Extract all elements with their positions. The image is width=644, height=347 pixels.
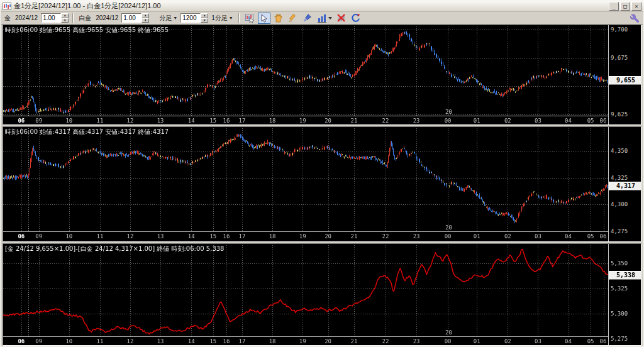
price-tick-label: 9,625 xyxy=(611,111,628,118)
bar-type-dropdown[interactable]: 分足 ▼ xyxy=(158,14,179,23)
gold-contract-month[interactable]: 2024/12 xyxy=(14,14,39,21)
spread-line-chart[interactable] xyxy=(3,244,608,345)
kline-cursor-icon[interactable] xyxy=(243,13,256,24)
platinum-candlestick-chart[interactable] xyxy=(3,127,608,241)
price-tick-label: 5,350 xyxy=(611,260,628,267)
price-tick-label: 5,300 xyxy=(611,311,628,317)
app-window: 金1分足[2024/12]1.00 - 白金1分足[2024/12]1.00 _… xyxy=(0,0,644,347)
bar-chart-type-icon[interactable] xyxy=(316,13,333,24)
gold-chart-panel: 9,7009,6759,6259,655 xyxy=(3,25,641,125)
select-arrow-icon[interactable] xyxy=(258,13,270,24)
chart-stack: 9,7009,6759,6259,655 4,3504,3254,3004,27… xyxy=(1,25,643,347)
bar-count-stepper[interactable]: 1200 ▲▼ xyxy=(180,13,208,23)
platinum-chart-panel: 4,3504,3254,3004,2754,317 xyxy=(3,126,641,242)
gold-ratio-stepper[interactable]: 1.00 ▲▼ xyxy=(41,13,69,23)
minimize-button[interactable]: _ xyxy=(609,2,619,11)
hand-pan-icon[interactable] xyxy=(272,13,285,24)
price-tick-label: 4,325 xyxy=(611,175,628,181)
close-button[interactable]: × xyxy=(631,2,641,11)
price-tick-label: 9,675 xyxy=(611,55,628,61)
platinum-contract-month[interactable]: 2024/12 xyxy=(94,14,119,21)
gold-candlestick-chart[interactable] xyxy=(3,25,608,124)
settings-wrench-icon[interactable] xyxy=(628,13,641,24)
gold-price-axis: 9,7009,6759,6259,655 xyxy=(608,25,641,124)
platinum-symbol-label: 白金 xyxy=(77,14,92,23)
gold-ratio-down-icon[interactable]: ▼ xyxy=(61,18,69,23)
spread-price-axis: 5,3505,3255,3005,2755,338 xyxy=(608,244,641,345)
chevron-down-icon: ▼ xyxy=(173,16,177,20)
bar-count-down-icon[interactable]: ▼ xyxy=(201,18,208,23)
price-tick-label: 9,700 xyxy=(611,26,628,33)
refresh-icon[interactable] xyxy=(350,13,362,24)
price-tick-label: 5,275 xyxy=(611,336,628,342)
price-tick-label: 4,275 xyxy=(611,228,628,234)
remove-chart-icon[interactable] xyxy=(335,13,348,24)
toolbar-separator xyxy=(153,13,154,23)
chevron-down-icon: ▼ xyxy=(229,16,233,20)
window-title: 金1分足[2024/12]1.00 - 白金1分足[2024/12]1.00 xyxy=(14,1,609,11)
toolbar-separator xyxy=(238,13,240,23)
toolbar: 金 2024/12 1.00 ▲▼ 白金 2024/12 1.00 ▲▼ 分足 … xyxy=(1,12,643,25)
price-tick-label: 4,350 xyxy=(611,148,628,154)
spread-chart-panel: 5,3505,3255,3005,2755,338 xyxy=(3,243,641,346)
current-price-box: 5,338 xyxy=(609,271,641,280)
current-price-box: 9,655 xyxy=(609,76,641,85)
gold-ratio-value[interactable]: 1.00 xyxy=(41,13,61,23)
gold-ratio-up-icon[interactable]: ▲ xyxy=(61,13,69,18)
interval-dropdown[interactable]: 1分足 ▼ xyxy=(210,14,235,23)
bar-count-value[interactable]: 1200 xyxy=(180,13,201,23)
title-bar: 金1分足[2024/12]1.00 - 白金1分足[2024/12]1.00 _… xyxy=(1,1,643,12)
platinum-ratio-down-icon[interactable]: ▼ xyxy=(142,18,149,23)
app-chart-icon xyxy=(3,3,11,10)
gold-symbol-label: 金 xyxy=(3,14,12,23)
price-tick-label: 5,325 xyxy=(611,285,628,292)
toolbar-separator xyxy=(72,13,74,23)
bar-count-up-icon[interactable]: ▲ xyxy=(201,13,208,18)
platinum-price-axis: 4,3504,3254,3004,2754,317 xyxy=(608,127,641,241)
maximize-button[interactable]: □ xyxy=(620,2,630,11)
platinum-ratio-stepper[interactable]: 1.00 ▲▼ xyxy=(121,13,149,23)
current-price-box: 4,317 xyxy=(609,182,641,190)
pencil-draw-icon[interactable] xyxy=(287,13,299,24)
price-tick-label: 4,300 xyxy=(611,201,628,207)
brush-draw-icon[interactable] xyxy=(301,13,314,24)
platinum-ratio-up-icon[interactable]: ▲ xyxy=(142,13,149,18)
platinum-ratio-value[interactable]: 1.00 xyxy=(121,13,142,23)
